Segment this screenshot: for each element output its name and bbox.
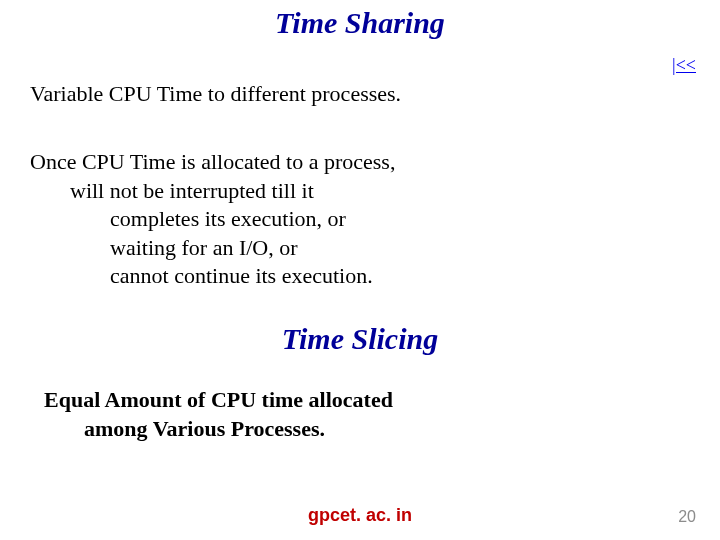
heading-time-slicing: Time Slicing	[0, 322, 720, 356]
line-b1: Equal Amount of CPU time allocated	[44, 387, 393, 412]
line-3: completes its execution, or	[30, 205, 395, 234]
line-b2: among Various Processes.	[44, 415, 393, 444]
footer-domain: gpcet. ac. in	[0, 505, 720, 526]
heading-time-sharing: Time Sharing	[0, 6, 720, 40]
line-2: will not be interrupted till it	[30, 177, 395, 206]
nav-first-link[interactable]: |<<	[672, 55, 696, 76]
line-4: waiting for an I/O, or	[30, 234, 395, 263]
line-1: Once CPU Time is allocated to a process,	[30, 149, 395, 174]
slide: Time Sharing |<< Variable CPU Time to di…	[0, 0, 720, 540]
text-equal-amount-block: Equal Amount of CPU time allocated among…	[44, 386, 393, 443]
text-allocation-block: Once CPU Time is allocated to a process,…	[30, 148, 395, 291]
text-variable-cpu: Variable CPU Time to different processes…	[30, 80, 401, 108]
line-5: cannot continue its execution.	[30, 262, 395, 291]
page-number: 20	[678, 508, 696, 526]
